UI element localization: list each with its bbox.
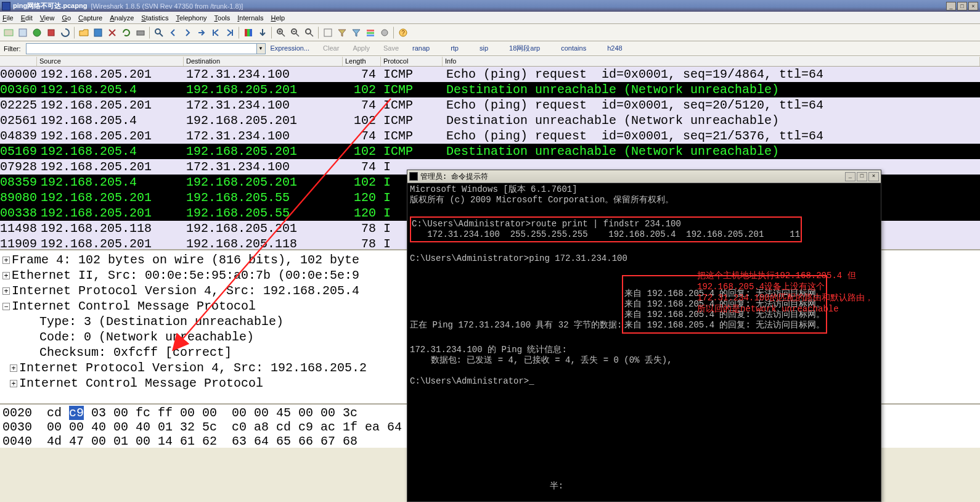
cmd-maximize[interactable]: □ — [857, 172, 867, 181]
filter-action-clear[interactable]: Clear — [323, 44, 339, 52]
tb-coloring-rules[interactable] — [364, 26, 377, 39]
tb-autoscroll[interactable] — [256, 26, 269, 39]
window-titlebar: ping网络不可达.pcapng [Wireshark 1.8.5 (SVN R… — [0, 0, 980, 12]
tb-goto[interactable] — [195, 26, 208, 39]
tb-zoom-100[interactable] — [303, 26, 316, 39]
svg-rect-9 — [250, 29, 252, 36]
filter-action-expression-[interactable]: Expression... — [271, 44, 310, 52]
svg-text:?: ? — [401, 30, 405, 36]
tb-prefs[interactable] — [378, 26, 391, 39]
tb-restart[interactable] — [59, 26, 72, 39]
tb-prev[interactable] — [166, 26, 180, 39]
menu-statistics[interactable]: Statistics — [141, 14, 168, 22]
packet-row[interactable]: 02225192.168.205.201172.31.234.10074ICMP… — [0, 97, 980, 113]
filter-action-contains[interactable]: contains — [561, 44, 586, 52]
col-destination[interactable]: Destination — [184, 57, 343, 66]
tb-display-filters[interactable] — [349, 26, 363, 39]
tb-open[interactable] — [77, 26, 91, 39]
tb-next[interactable] — [181, 26, 194, 39]
menu-view[interactable]: View — [40, 14, 55, 22]
tb-resize-cols[interactable] — [321, 26, 335, 39]
tb-colorize[interactable] — [242, 26, 255, 39]
svg-rect-7 — [245, 29, 247, 36]
svg-rect-16 — [367, 35, 374, 36]
tb-zoom-in[interactable] — [274, 26, 288, 39]
cmd-minimize[interactable]: _ — [845, 172, 855, 181]
svg-point-6 — [155, 29, 160, 34]
cmd-title-text: 管理员: 命令提示符 — [420, 171, 488, 182]
window-title-file: ping网络不可达.pcapng — [13, 1, 91, 10]
svg-rect-13 — [324, 29, 332, 36]
window-title-app: [Wireshark 1.8.5 (SVN Rev 47350 from /tr… — [91, 2, 243, 10]
tb-close[interactable] — [105, 26, 119, 39]
filter-dropdown-icon[interactable]: ▼ — [257, 43, 266, 54]
menu-file[interactable]: File — [2, 14, 14, 22]
svg-rect-0 — [4, 30, 13, 36]
menubar: FileEditViewGoCaptureAnalyzeStatisticsTe… — [0, 12, 980, 24]
menu-capture[interactable]: Capture — [78, 14, 102, 22]
col-source[interactable]: Source — [37, 57, 184, 66]
tb-options[interactable] — [16, 26, 30, 39]
close-button[interactable]: × — [968, 2, 978, 10]
menu-telephony[interactable]: Telephony — [176, 14, 206, 22]
tb-last[interactable] — [223, 26, 237, 39]
tb-start[interactable] — [30, 26, 44, 39]
minimize-button[interactable]: _ — [946, 2, 956, 10]
cmd-icon — [409, 172, 418, 181]
packet-row[interactable]: 05169192.168.205.4192.168.205.201102ICMP… — [0, 144, 980, 159]
filter-action-rtp[interactable]: rtp — [451, 44, 459, 52]
filter-action-ranap[interactable]: ranap — [412, 44, 430, 52]
tb-save[interactable] — [91, 26, 105, 39]
col-info[interactable]: Info — [443, 57, 980, 66]
packet-row[interactable]: 02561192.168.205.4192.168.205.201102ICMP… — [0, 113, 980, 128]
tb-help[interactable]: ? — [396, 26, 410, 39]
tb-capture-filters[interactable] — [335, 26, 349, 39]
tb-first[interactable] — [209, 26, 223, 39]
cmd-window[interactable]: 管理员: 命令提示符 _ □ × Microsoft Windows [版本 6… — [407, 170, 881, 502]
tb-print[interactable] — [134, 26, 147, 39]
filter-action-18-arp[interactable]: 18网段arp — [509, 44, 540, 52]
svg-point-17 — [382, 30, 388, 36]
tb-zoom-out[interactable] — [288, 26, 302, 39]
svg-rect-15 — [367, 32, 374, 34]
filter-input[interactable] — [26, 43, 257, 54]
packet-list-header: Source Destination Length Protocol Info — [0, 56, 980, 67]
wireshark-icon — [2, 2, 10, 10]
annotation-text: 把这个主机地址执行192.168.205.4 但192.168.205.4设备上… — [697, 270, 876, 315]
menu-edit[interactable]: Edit — [21, 14, 33, 22]
col-protocol[interactable]: Protocol — [381, 57, 443, 66]
maximize-button[interactable]: □ — [957, 2, 967, 10]
filter-action-sip[interactable]: sip — [480, 44, 488, 52]
packet-row[interactable]: 00000192.168.205.201172.31.234.10074ICMP… — [0, 67, 980, 82]
packet-row[interactable]: 04839192.168.205.201172.31.234.10074ICMP… — [0, 128, 980, 144]
svg-rect-8 — [247, 29, 250, 36]
filter-action-h248[interactable]: h248 — [607, 44, 622, 52]
cmd-body[interactable]: Microsoft Windows [版本 6.1.7601] 版权所有 (c)… — [407, 183, 881, 501]
menu-internals[interactable]: Internals — [237, 14, 263, 22]
svg-point-12 — [306, 29, 311, 34]
filter-bar: Filter: ▼ Expression...ClearApplySaveran… — [0, 41, 980, 56]
filter-action-save[interactable]: Save — [383, 44, 399, 52]
filter-label: Filter: — [4, 45, 21, 52]
cmd-close[interactable]: × — [868, 172, 879, 181]
tb-reload[interactable] — [120, 26, 133, 39]
svg-rect-1 — [19, 29, 27, 36]
menu-help[interactable]: Help — [271, 14, 285, 22]
filter-action-apply[interactable]: Apply — [353, 44, 370, 52]
svg-rect-4 — [94, 29, 102, 36]
tb-stop[interactable] — [44, 26, 58, 39]
menu-tools[interactable]: Tools — [214, 14, 231, 22]
svg-rect-5 — [137, 31, 144, 35]
svg-rect-3 — [48, 30, 54, 36]
main-toolbar: ? — [0, 24, 980, 41]
menu-analyze[interactable]: Analyze — [110, 14, 134, 22]
col-length[interactable]: Length — [343, 57, 381, 66]
tb-find[interactable] — [152, 26, 166, 39]
col-no[interactable] — [0, 57, 37, 66]
cmd-titlebar[interactable]: 管理员: 命令提示符 _ □ × — [407, 170, 881, 183]
menu-go[interactable]: Go — [62, 14, 71, 22]
packet-row[interactable]: 00360192.168.205.4192.168.205.201102ICMP… — [0, 82, 980, 97]
svg-point-2 — [33, 29, 41, 36]
svg-rect-14 — [367, 30, 374, 31]
tb-interfaces[interactable] — [2, 26, 15, 39]
